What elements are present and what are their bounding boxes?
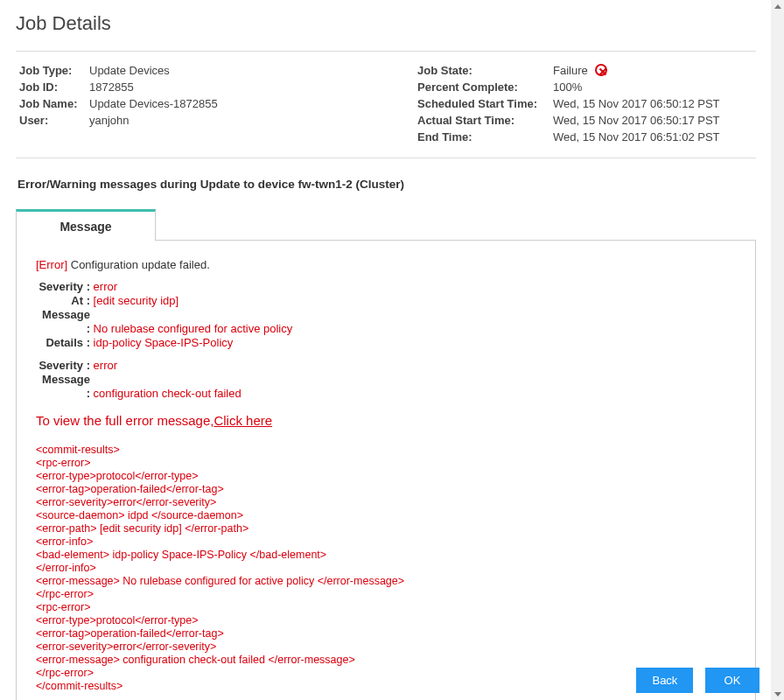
chevron-down-icon — [774, 692, 781, 696]
error-block-1: Severity : error At : [edit security idp… — [36, 280, 736, 350]
scheduled-start-value: Wed, 15 Nov 2017 06:50:12 PST — [553, 95, 720, 112]
ok-button[interactable]: OK — [705, 668, 760, 693]
chevron-up-icon — [774, 4, 781, 9]
xml-error-dump: <commit-results> <rpc-error> <error-type… — [36, 444, 736, 693]
full-error-prefix: To view the full error message, — [36, 413, 214, 428]
at-label: At : — [36, 294, 90, 308]
details-label: Details : — [36, 336, 90, 350]
message-panel: Message [Error] Configuration update fai… — [16, 240, 756, 700]
actual-start-value: Wed, 15 Nov 2017 06:50:17 PST — [553, 112, 720, 129]
error-tag: [Error] — [36, 258, 67, 271]
page-title: Job Details — [16, 12, 756, 35]
scheduled-start-label: Scheduled Start Time: — [417, 95, 553, 112]
details-value: idp-policy Space-IPS-Policy — [90, 336, 233, 349]
message-label-2: Message : — [36, 373, 90, 401]
job-details-right: Job State:Failure Percent Complete:100% … — [417, 62, 752, 145]
job-id-value: 1872855 — [89, 79, 134, 95]
error-summary-text: Configuration update failed. — [67, 258, 210, 271]
severity-value-2: error — [90, 359, 117, 372]
job-details-left: Job Type:Update Devices Job ID:1872855 J… — [19, 62, 417, 145]
percent-complete-value: 100% — [553, 79, 582, 95]
scroll-down-button[interactable] — [771, 688, 784, 700]
message-value: No rulebase configured for active policy — [90, 322, 292, 335]
end-time-label: End Time: — [417, 129, 553, 145]
click-here-link[interactable]: Click here — [214, 413, 272, 428]
percent-complete-label: Percent Complete: — [417, 79, 553, 95]
error-summary: [Error] Configuration update failed. — [36, 258, 736, 271]
job-id-label: Job ID: — [19, 79, 89, 95]
end-time-value: Wed, 15 Nov 2017 06:51:02 PST — [553, 129, 720, 145]
job-details-panel: Job Type:Update Devices Job ID:1872855 J… — [16, 51, 756, 158]
severity-label: Severity : — [36, 280, 90, 294]
severity-value: error — [90, 280, 117, 293]
scrollbar[interactable] — [771, 0, 784, 700]
actual-start-label: Actual Start Time: — [417, 112, 553, 129]
severity-label-2: Severity : — [36, 359, 90, 373]
job-state-label: Job State: — [417, 62, 553, 79]
job-name-label: Job Name: — [19, 95, 89, 112]
user-value: yanjohn — [89, 112, 130, 129]
error-block-2: Severity : error Message : configuration… — [36, 359, 736, 401]
at-value: [edit security idp] — [90, 294, 178, 307]
job-type-value: Update Devices — [89, 62, 170, 79]
job-state-value: Failure — [553, 62, 607, 79]
job-name-value: Update Devices-1872855 — [89, 95, 218, 112]
full-error-prompt: To view the full error message,Click her… — [36, 413, 736, 428]
scroll-up-button[interactable] — [771, 0, 784, 12]
error-section-heading: Error/Warning messages during Update to … — [18, 178, 756, 191]
message-label: Message : — [36, 308, 90, 336]
tab-message[interactable]: Message — [16, 209, 156, 241]
failure-icon — [595, 64, 607, 76]
back-button[interactable]: Back — [636, 668, 693, 693]
message-value-2: configuration check-out failed — [90, 387, 242, 400]
button-bar: Back OK — [627, 668, 760, 693]
job-type-label: Job Type: — [19, 62, 89, 79]
job-state-text: Failure — [553, 64, 588, 77]
user-label: User: — [19, 112, 89, 129]
